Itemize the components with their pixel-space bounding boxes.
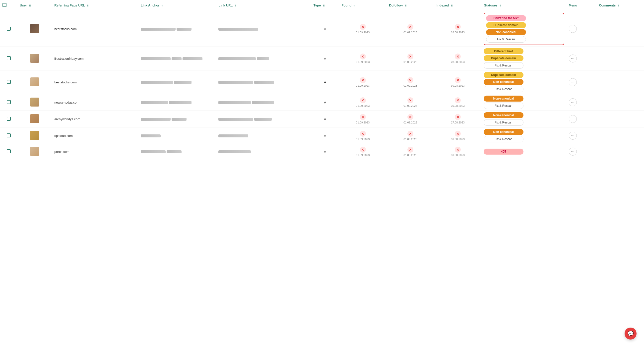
indexed-date: 27.08.2023 <box>451 121 465 124</box>
comments-sort-icon[interactable]: ⇅ <box>618 4 620 7</box>
found-error-icon: ✕ <box>360 53 366 59</box>
avatar <box>30 54 39 63</box>
status-badge[interactable]: Fix & Rescan <box>484 62 524 69</box>
header-link-anchor[interactable]: Link Anchor ⇅ <box>138 0 216 11</box>
dofollow-date: 01.09.2023 <box>404 121 417 124</box>
indexed-date: 31.08.2023 <box>451 138 465 141</box>
row-checkbox-cell[interactable] <box>0 11 17 47</box>
found-error-icon: ✕ <box>360 24 366 30</box>
found-error-icon: ✕ <box>360 131 366 137</box>
statuses-cell: Non-canonicalFix & Rescan <box>482 94 566 111</box>
found-error-icon: ✕ <box>360 77 366 83</box>
status-badge[interactable]: Fix & Rescan <box>484 103 524 109</box>
row-checkbox[interactable] <box>7 117 11 121</box>
header-statuses[interactable]: Statuses ⇅ <box>482 0 566 11</box>
menu-cell[interactable]: ··· <box>566 111 596 127</box>
header-user[interactable]: User ⇅ <box>17 0 52 11</box>
comments-cell <box>596 94 644 111</box>
type-cell: A <box>311 47 339 70</box>
indexed-sort-icon[interactable]: ⇅ <box>451 4 453 7</box>
backlinks-table: User ⇅ Referring Page URL ⇅ Link Anchor … <box>0 0 644 159</box>
row-checkbox-cell[interactable] <box>0 127 17 144</box>
avatar <box>30 24 39 33</box>
table-body: beststocks.com A ✕ 01.09.2023 ✕ 01.09.20… <box>0 11 644 159</box>
menu-cell[interactable]: ··· <box>566 70 596 94</box>
menu-cell[interactable]: ··· <box>566 127 596 144</box>
header-indexed[interactable]: Indexed ⇅ <box>434 0 482 11</box>
row-checkbox[interactable] <box>7 27 11 31</box>
row-checkbox[interactable] <box>7 80 11 84</box>
user-cell <box>17 127 52 144</box>
statuses-sort-icon[interactable]: ⇅ <box>500 4 502 7</box>
link-url-cell <box>216 11 311 47</box>
menu-button[interactable]: ··· <box>569 54 577 62</box>
statuses-cell: Different hrefDuplicate domainFix & Resc… <box>482 47 566 70</box>
header-found[interactable]: Found ⇅ <box>339 0 387 11</box>
menu-cell[interactable]: ··· <box>566 47 596 70</box>
domain-text: newsy-today.com <box>54 101 79 104</box>
menu-button[interactable]: ··· <box>569 132 577 140</box>
table-row: beststocks.com A ✕ 01.09.2023 ✕ 01.09.20… <box>0 11 644 47</box>
header-dofollow[interactable]: Dofollow ⇅ <box>386 0 434 11</box>
header-referring-page-url[interactable]: Referring Page URL ⇅ <box>52 0 138 11</box>
indexed-error-icon: ✕ <box>455 147 461 153</box>
indexed-error-icon: ✕ <box>455 114 461 120</box>
row-checkbox-cell[interactable] <box>0 70 17 94</box>
menu-cell[interactable]: ··· <box>566 11 596 47</box>
row-checkbox[interactable] <box>7 100 11 104</box>
menu-cell[interactable]: ··· <box>566 144 596 159</box>
dofollow-error-icon: ✕ <box>408 114 414 120</box>
dofollow-error-icon: ✕ <box>408 24 414 30</box>
statuses-cell: Duplicate domainNon-canonicalFix & Resca… <box>482 70 566 94</box>
row-checkbox-cell[interactable] <box>0 94 17 111</box>
found-date: 01.09.2023 <box>356 31 370 34</box>
url-sort-icon[interactable]: ⇅ <box>234 4 236 7</box>
indexed-error-icon: ✕ <box>455 53 461 59</box>
comments-cell <box>596 47 644 70</box>
found-cell: ✕ 01.09.2023 <box>339 111 387 127</box>
row-checkbox[interactable] <box>7 56 11 60</box>
menu-button[interactable]: ··· <box>569 98 577 106</box>
link-url-cell <box>216 47 311 70</box>
type-sort-icon[interactable]: ⇅ <box>323 4 325 7</box>
header-comments[interactable]: Comments ⇅ <box>596 0 644 11</box>
status-badge[interactable]: Fix & Rescan <box>484 86 524 92</box>
indexed-date: 30.08.2023 <box>451 84 465 87</box>
status-badge: Duplicate domain <box>484 55 524 61</box>
row-checkbox[interactable] <box>7 133 11 137</box>
select-all-checkbox[interactable] <box>2 3 6 7</box>
found-cell: ✕ 01.09.2023 <box>339 11 387 47</box>
dofollow-sort-icon[interactable]: ⇅ <box>405 4 407 7</box>
type-cell: A <box>311 111 339 127</box>
anchor-sort-icon[interactable]: ⇅ <box>161 4 163 7</box>
referring-sort-icon[interactable]: ⇅ <box>87 4 89 7</box>
menu-button[interactable]: ··· <box>569 148 577 156</box>
row-checkbox-cell[interactable] <box>0 111 17 127</box>
header-type[interactable]: Type ⇅ <box>311 0 339 11</box>
menu-button[interactable]: ··· <box>569 25 577 33</box>
menu-button[interactable]: ··· <box>569 115 577 123</box>
found-sort-icon[interactable]: ⇅ <box>354 4 355 7</box>
header-checkbox-cell[interactable] <box>0 0 17 11</box>
type-cell: A <box>311 70 339 94</box>
found-cell: ✕ 01.09.2023 <box>339 127 387 144</box>
menu-cell[interactable]: ··· <box>566 94 596 111</box>
found-date: 01.09.2023 <box>356 121 370 124</box>
link-url-cell <box>216 111 311 127</box>
table-row: archyworldys.com A ✕ 01.09.2023 ✕ 01.09.… <box>0 111 644 127</box>
row-checkbox[interactable] <box>7 149 11 153</box>
row-checkbox-cell[interactable] <box>0 47 17 70</box>
row-checkbox-cell[interactable] <box>0 144 17 159</box>
header-link-url[interactable]: Link URL ⇅ <box>216 0 311 11</box>
status-badge[interactable]: Fix & Rescan <box>484 119 524 126</box>
type-value: A <box>324 27 326 31</box>
found-cell: ✕ 01.09.2023 <box>339 144 387 159</box>
comments-cell <box>596 127 644 144</box>
dofollow-cell: ✕ 01.09.2023 <box>386 111 434 127</box>
dofollow-error-icon: ✕ <box>408 131 414 137</box>
status-badge[interactable]: Fix & Rescan <box>486 36 526 42</box>
status-badge[interactable]: Fix & Rescan <box>484 136 524 142</box>
user-sort-icon[interactable]: ⇅ <box>29 4 31 7</box>
menu-button[interactable]: ··· <box>569 78 577 86</box>
status-badge: Different href <box>484 48 524 54</box>
